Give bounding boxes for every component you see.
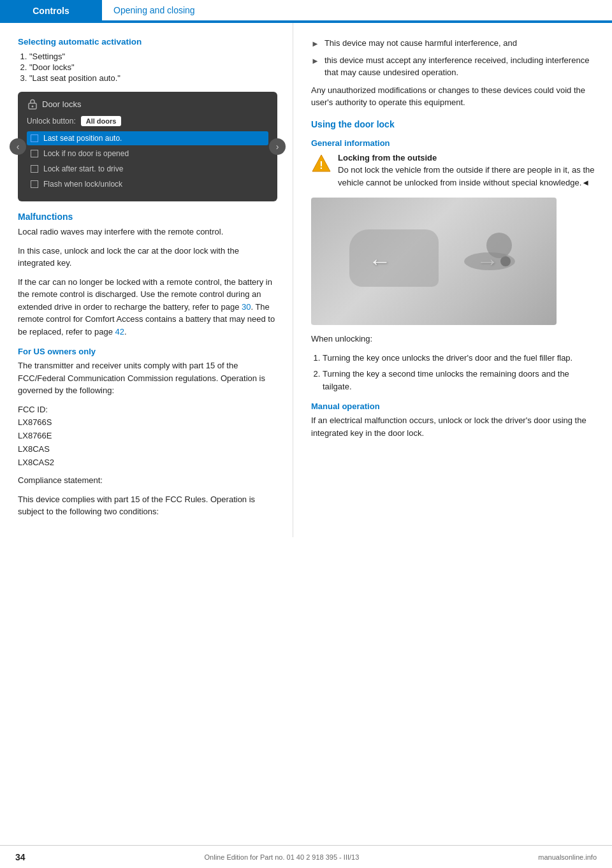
fcc-para-1: The transmitter and receiver units compl… <box>18 359 277 397</box>
fcc-id-3: LX8CAS2 <box>18 458 54 467</box>
using-door-lock-title: Using the door lock <box>311 119 597 129</box>
car-door-image: ← → <box>311 198 557 325</box>
fcc-id-1: LX8766E <box>18 431 52 440</box>
footer-logo: manualsonline.info <box>538 853 597 861</box>
for-us-owners-title: For US owners only <box>18 347 277 356</box>
warning-triangle-icon: ! <box>311 153 332 173</box>
malfunction-para-2: In this case, unlock and lock the car at… <box>18 245 277 270</box>
general-info-subtitle: General information <box>311 138 597 148</box>
page-link-42[interactable]: 42 <box>115 327 124 336</box>
menu-item-2[interactable]: Lock after start. to drive <box>27 162 268 176</box>
svg-point-5 <box>500 256 511 266</box>
menu-label-3: Flash when lock/unlock <box>43 180 122 189</box>
checkbox-2 <box>31 165 38 173</box>
door-handle-svg <box>458 242 521 280</box>
step-1: "Settings" <box>29 52 277 61</box>
menu-item-1[interactable]: Lock if no door is opened <box>27 147 268 161</box>
warning-box: ! Locking from the outside Do not lock t… <box>311 152 597 189</box>
menu-label-0: Last seat position auto. <box>43 134 122 143</box>
footer-edition: Online Edition for Part no. 01 40 2 918 … <box>205 853 360 861</box>
door-left-arrow-icon: ← <box>368 248 391 275</box>
menu-item-3[interactable]: Flash when lock/unlock <box>27 177 268 191</box>
checkbox-0 <box>31 134 38 142</box>
fcc-id-2: LX8CAS <box>18 444 50 454</box>
bullet-item-0: ► This device may not cause harmful inte… <box>311 37 597 50</box>
menu-label-1: Lock if no door is opened <box>43 149 129 158</box>
when-unlocking-label: When unlocking: <box>311 333 597 345</box>
warning-text: Locking from the outside Do not lock the… <box>338 152 597 189</box>
page-number: 34 <box>15 852 26 862</box>
manual-operation-text: If an electrical malfunction occurs, unl… <box>311 414 597 439</box>
main-content: Selecting automatic activation "Settings… <box>0 23 612 537</box>
left-column: Selecting automatic activation "Settings… <box>0 23 293 537</box>
door-locks-ui: ‹ Door locks Unlock button: All doors La… <box>18 92 277 201</box>
unlock-step-2: Turning the key a second time unlocks th… <box>323 368 597 393</box>
checkbox-3 <box>31 180 38 188</box>
page-link-30[interactable]: 30 <box>242 302 251 312</box>
fcc-id-label: FCC ID: <box>18 405 48 414</box>
unlock-step-1: Turning the key once unlocks the driver'… <box>323 352 597 365</box>
bullet-item-1: ► this device must accept any interferen… <box>311 54 597 79</box>
section-label: Opening and closing <box>113 5 195 15</box>
nav-arrow-right-icon[interactable]: › <box>269 138 286 155</box>
nav-arrow-left-icon[interactable]: ‹ <box>10 138 26 155</box>
bullet-text-1: this device must accept any interference… <box>324 54 597 79</box>
menu-item-0[interactable]: Last seat position auto. <box>27 131 268 145</box>
step-3: "Last seat position auto." <box>29 73 277 83</box>
auto-activation-title: Selecting automatic activation <box>18 37 277 47</box>
door-locks-icon <box>27 98 38 110</box>
controls-label: Controls <box>33 6 69 16</box>
checkbox-1 <box>31 150 38 157</box>
bullet-arrow-0: ► <box>311 38 319 50</box>
unlock-label: Unlock button: <box>27 117 76 126</box>
malfunctions-title: Malfunctions <box>18 212 277 222</box>
menu-label-2: Lock after start. to drive <box>43 164 123 173</box>
door-locks-titlebar: Door locks <box>27 98 268 110</box>
step-2: "Door locks" <box>29 62 277 72</box>
door-locks-title: Door locks <box>42 99 81 109</box>
page-footer: 34 Online Edition for Part no. 01 40 2 9… <box>0 845 612 868</box>
unauthorized-text: Any unauthorized modifications or change… <box>311 84 597 109</box>
bullet-text-0: This device may not cause harmful interf… <box>324 37 517 50</box>
header-section-tab: Opening and closing <box>102 0 612 22</box>
unlock-steps: Turning the key once unlocks the driver'… <box>323 352 597 393</box>
compliance-text: This device complies with part 15 of the… <box>18 493 277 518</box>
fcc-id-block: FCC ID: LX8766S LX8766E LX8CAS LX8CAS2 <box>18 403 277 470</box>
malfunction-para-3: If the car can no longer be locked with … <box>18 276 277 338</box>
header-controls-tab: Controls <box>0 0 102 22</box>
warning-title: Locking from the outside <box>338 153 437 163</box>
malfunction-para-1: Local radio waves may interfere with the… <box>18 226 277 238</box>
bullet-arrow-1: ► <box>311 55 319 68</box>
unlock-value[interactable]: All doors <box>81 116 122 126</box>
warning-body: Do not lock the vehicle from the outside… <box>338 165 595 187</box>
svg-point-1 <box>32 106 34 108</box>
compliance-label: Compliance statement: <box>18 474 277 487</box>
right-column: ► This device may not cause harmful inte… <box>293 23 612 537</box>
fcc-id-0: LX8766S <box>18 417 52 427</box>
manual-operation-title: Manual operation <box>311 401 597 411</box>
page-header: Controls Opening and closing <box>0 0 612 23</box>
unlock-row: Unlock button: All doors <box>27 116 268 126</box>
activation-steps: "Settings" "Door locks" "Last seat posit… <box>29 52 277 83</box>
svg-text:!: ! <box>319 160 323 171</box>
